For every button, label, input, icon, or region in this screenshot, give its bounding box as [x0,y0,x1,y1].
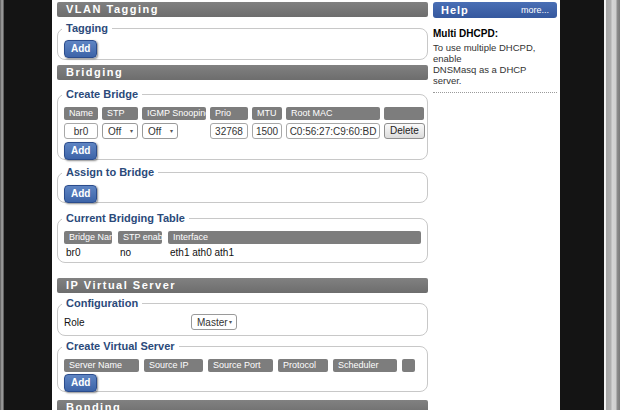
help-topic-title: Multi DHCPD: [433,28,557,39]
table-cell-interface: eth1 ath0 ath1 [168,247,421,258]
chevron-down-icon: ▾ [130,128,133,134]
fieldset-current-bridging-table: Current Bridging Table Bridge Name STP e… [57,218,428,263]
add-virtual-server-button[interactable]: Add [64,374,97,392]
table-cell-stp-enabled: no [118,247,162,258]
bridge-name-input[interactable] [64,123,98,139]
col-header-name: Name [64,107,98,120]
help-divider [433,92,557,93]
col-header-stp: STP [102,107,138,120]
col-header-actions [402,359,415,372]
help-more-link[interactable]: more... [521,5,549,15]
fieldset-legend: Create Virtual Server [62,340,179,353]
stp-select-value: Off [108,126,121,137]
prio-input[interactable] [210,123,248,139]
help-body-line: To use multiple DHCPD, enable [433,42,535,64]
root-mac-input[interactable] [286,123,380,139]
igmp-snooping-select[interactable]: Off ▾ [142,123,178,139]
col-header-igmp-snooping: IGMP Snooping [142,107,206,120]
fieldset-legend: Assign to Bridge [62,166,158,179]
stp-select[interactable]: Off ▾ [102,123,138,139]
col-header-source-port: Source Port [208,359,273,372]
fieldset-configuration: Configuration Role Master ▾ [57,303,428,336]
col-header-bridge-name: Bridge Name [64,231,112,244]
col-header-interface: Interface [168,231,421,244]
col-header-scheduler: Scheduler [333,359,397,372]
role-select[interactable]: Master ▾ [191,314,237,330]
fieldset-legend: Current Bridging Table [62,212,189,225]
section-header-ip-virtual-server: IP Virtual Server [57,278,428,293]
col-header-protocol: Protocol [278,359,328,372]
col-header-actions [384,107,424,120]
igmp-snooping-select-value: Off [148,126,161,137]
col-header-source-ip: Source IP [144,359,203,372]
section-title: Bridging [66,66,123,78]
fieldset-legend: Create Bridge [62,88,142,101]
role-select-value: Master [197,317,228,328]
help-body-line: DNSMasq as a DHCP server. [433,64,526,86]
add-bridge-button[interactable]: Add [64,142,97,160]
table-cell-bridge-name: br0 [64,247,112,258]
chevron-down-icon: ▾ [229,319,232,325]
page-content: VLAN Tagging Tagging Add Bridging Create… [52,0,560,410]
fieldset-assign-to-bridge: Assign to Bridge Add [57,172,428,203]
chevron-down-icon: ▾ [170,128,173,134]
fieldset-legend: Configuration [62,297,142,310]
section-header-vlan-tagging: VLAN Tagging [57,2,428,17]
role-setting-row: Role Master ▾ [64,314,421,330]
window-right-edge-scrollbar[interactable] [604,0,620,410]
section-title: VLAN Tagging [66,3,159,15]
current-bridging-table: Bridge Name STP enabled Interface br0 no… [64,231,421,258]
router-admin-screen: VLAN Tagging Tagging Add Bridging Create… [0,0,620,410]
main-column: VLAN Tagging Tagging Add Bridging Create… [57,0,428,410]
col-header-mtu: MTU [252,107,282,120]
add-assignment-button[interactable]: Add [64,185,97,203]
fieldset-legend: Tagging [62,22,112,35]
help-header: Help more... [433,2,557,18]
section-title: IP Virtual Server [66,279,176,291]
section-header-bonding: Bonding [57,400,428,410]
help-title: Help [441,4,469,16]
fieldset-create-virtual-server: Create Virtual Server Server Name Source… [57,346,428,392]
col-header-server-name: Server Name [64,359,139,372]
col-header-stp-enabled: STP enabled [118,231,162,244]
col-header-prio: Prio [210,107,248,120]
create-bridge-table: Name STP IGMP Snooping Prio MTU Root MAC… [64,107,421,139]
section-header-bridging: Bridging [57,65,428,80]
help-topic-body: To use multiple DHCPD, enable DNSMasq as… [433,42,551,86]
add-tagging-button[interactable]: Add [64,40,97,58]
delete-bridge-button[interactable]: Delete [384,123,425,139]
fieldset-tagging: Tagging Add [57,28,428,60]
create-virtual-server-table: Server Name Source IP Source Port Protoc… [64,359,421,372]
section-title: Bonding [66,401,121,410]
window-left-edge [0,0,4,410]
role-label: Role [64,317,191,328]
fieldset-create-bridge: Create Bridge Name STP IGMP Snooping Pri… [57,94,428,160]
mtu-input[interactable] [252,123,282,139]
help-sidebar: Help more... Multi DHCPD: To use multipl… [433,2,557,93]
col-header-root-mac: Root MAC [286,107,380,120]
